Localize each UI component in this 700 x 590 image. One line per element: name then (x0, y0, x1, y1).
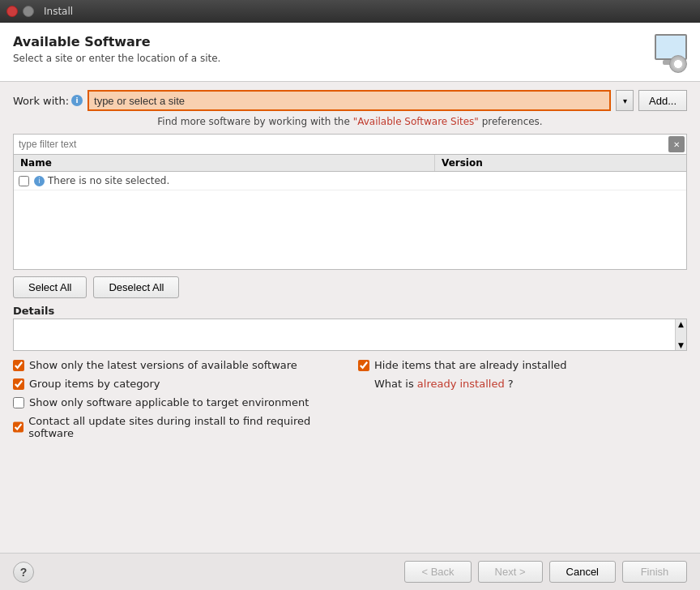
show-latest-label: Show only the latest versions of availab… (29, 359, 297, 371)
header-icon (648, 34, 687, 73)
window-title: Install (44, 6, 73, 17)
back-button[interactable]: < Back (404, 561, 471, 583)
select-all-button[interactable]: Select All (13, 276, 87, 298)
main-window: Available Software Select a site or ente… (0, 23, 700, 590)
next-button[interactable]: Next > (478, 561, 543, 583)
two-col-checkboxes: Show only the latest versions of availab… (13, 359, 687, 446)
show-latest-row: Show only the latest versions of availab… (13, 359, 342, 371)
header: Available Software Select a site or ente… (0, 23, 700, 82)
group-by-category-checkbox[interactable] (13, 378, 24, 390)
scroll-up-icon[interactable]: ▲ (678, 320, 684, 328)
target-env-label: Show only software applicable to target … (29, 396, 309, 408)
find-more-row: Find more software by working with the "… (13, 116, 687, 127)
cancel-button[interactable]: Cancel (549, 561, 616, 583)
row-info-icon: i (34, 176, 45, 186)
details-box: ▲ ▼ (13, 319, 687, 351)
show-latest-checkbox[interactable] (13, 360, 24, 371)
find-more-prefix: Find more software by working with the (157, 116, 350, 127)
footer: ? < Back Next > Cancel Finish (0, 553, 700, 590)
titlebar: Install (0, 0, 700, 23)
target-env-checkbox[interactable] (13, 397, 24, 408)
action-buttons: Select All Deselect All (13, 270, 687, 305)
close-button[interactable] (6, 6, 18, 17)
page-subtitle: Select a site or enter the location of a… (13, 53, 220, 64)
available-software-sites-link[interactable]: "Available Software Sites" (353, 116, 479, 127)
minimize-button[interactable] (23, 6, 34, 17)
col-version-header: Version (435, 155, 686, 171)
table-body: i There is no site selected. (14, 172, 686, 269)
col-right: Hide items that are already installed Wh… (342, 359, 687, 446)
row-checkbox[interactable] (19, 176, 29, 186)
hide-installed-checkbox[interactable] (358, 360, 369, 371)
filter-input[interactable] (14, 135, 667, 154)
deselect-all-button[interactable]: Deselect All (93, 276, 179, 298)
add-button[interactable]: Add... (638, 90, 687, 111)
cd-icon (669, 55, 687, 73)
contact-update-sites-label: Contact all update sites during install … (28, 415, 342, 439)
table-row: i There is no site selected. (14, 172, 686, 190)
body-content: Work with: i ▾ Add... Find more software… (0, 82, 700, 553)
what-is-prefix: What is (374, 378, 417, 390)
work-with-row: Work with: i ▾ Add... (13, 90, 687, 111)
details-scrollbar[interactable]: ▲ ▼ (675, 319, 686, 350)
what-is-installed-row: What is already installed ? (374, 378, 687, 390)
what-is-suffix: ? (508, 378, 514, 390)
group-by-category-row: Group items by category (13, 378, 342, 390)
details-section: Details ▲ ▼ (13, 305, 687, 351)
checkboxes-section: Show only the latest versions of availab… (13, 351, 687, 451)
page-title: Available Software (13, 34, 220, 49)
contact-update-sites-row: Contact all update sites during install … (13, 415, 342, 439)
work-with-label: Work with: i (13, 95, 83, 107)
scroll-down-icon[interactable]: ▼ (678, 341, 684, 349)
row-name-text: There is no site selected. (48, 175, 169, 186)
contact-update-sites-checkbox[interactable] (13, 421, 23, 433)
col-name-header: Name (14, 155, 435, 171)
find-more-suffix: preferences. (482, 116, 543, 127)
details-label: Details (13, 305, 687, 317)
filter-row: ✕ (13, 134, 687, 155)
hide-installed-label: Hide items that are already installed (374, 359, 567, 371)
info-icon: i (71, 95, 83, 106)
table-header: Name Version (14, 155, 686, 172)
clear-filter-button[interactable]: ✕ (668, 136, 685, 152)
dropdown-button[interactable]: ▾ (616, 90, 634, 111)
software-table: Name Version i There is no site selected… (13, 155, 687, 270)
footer-left: ? (13, 562, 34, 583)
footer-right: < Back Next > Cancel Finish (404, 561, 687, 583)
target-env-row: Show only software applicable to target … (13, 396, 342, 408)
hide-installed-row: Hide items that are already installed (358, 359, 687, 371)
group-by-category-label: Group items by category (29, 378, 160, 390)
col-left: Show only the latest versions of availab… (13, 359, 342, 446)
header-text: Available Software Select a site or ente… (13, 34, 220, 64)
work-with-input[interactable] (88, 90, 611, 111)
help-button[interactable]: ? (13, 562, 34, 583)
work-with-text: Work with: (13, 95, 69, 107)
already-installed-link[interactable]: already installed (417, 378, 505, 390)
finish-button[interactable]: Finish (622, 561, 687, 583)
